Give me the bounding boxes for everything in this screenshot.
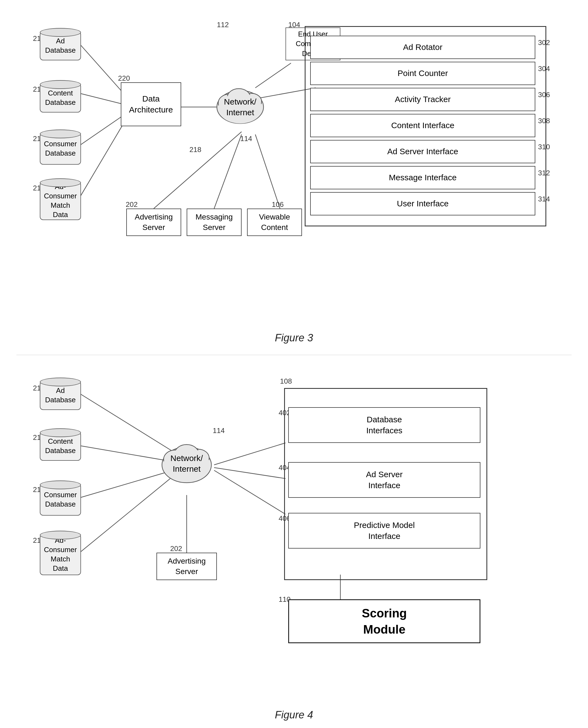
advertising-server-f4: AdvertisingServer <box>156 553 217 580</box>
db-consumer-f4: ConsumerDatabase <box>38 480 82 516</box>
comp-content-interface-f3: Content Interface <box>310 114 535 137</box>
db-ad-f3: AdDatabase <box>38 27 82 60</box>
data-architecture-box-f3: DataArchitecture <box>121 82 181 126</box>
svg-line-8 <box>255 134 280 209</box>
comp-db-interfaces-f4: DatabaseInterfaces <box>288 407 480 443</box>
db-adconsumer-f3: Ad-ConsumerMatchData <box>38 178 82 219</box>
db-content-f3: ContentDatabase <box>38 80 82 112</box>
figure4-diagram: 210 AdDatabase 212 ContentDatabase 214 C… <box>17 361 571 704</box>
ref-304-f3: 304 <box>538 64 550 73</box>
db-content-f4: ContentDatabase <box>38 428 82 461</box>
ref-220-f3: 220 <box>118 74 130 83</box>
svg-line-0 <box>80 44 124 93</box>
db-consumer-f3: ConsumerDatabase <box>38 129 82 165</box>
ref-308-f3: 308 <box>538 116 550 125</box>
ref-306-f3: 306 <box>538 90 550 99</box>
svg-line-3 <box>80 124 124 197</box>
ref-108-f4: 108 <box>280 377 292 386</box>
ref-302-f3: 302 <box>538 38 550 47</box>
ref-314-f3: 314 <box>538 195 550 204</box>
ref-202-f3: 202 <box>126 200 138 209</box>
svg-line-2 <box>80 115 124 146</box>
db-ad-f4: AdDatabase <box>38 377 82 410</box>
svg-line-21 <box>214 468 286 478</box>
svg-line-17 <box>80 470 173 498</box>
comp-message-interface-f3: Message Interface <box>310 166 535 189</box>
figure3-diagram: 210 AdDatabase 212 ContentDatabase 214 C… <box>17 11 571 326</box>
figure3-label: Figure 3 <box>17 332 571 344</box>
ref-112-f3: 112 <box>217 21 229 29</box>
svg-line-22 <box>214 470 286 514</box>
comp-predictive-interface-f4: Predictive ModelInterface <box>288 513 480 549</box>
svg-line-7 <box>214 134 241 209</box>
comp-ad-rotator-f3: Ad Rotator <box>310 36 535 59</box>
svg-line-20 <box>214 443 286 465</box>
network-cloud-f3: Network/Internet <box>214 77 266 132</box>
svg-line-6 <box>154 132 241 209</box>
ref-114-f3: 114 <box>240 134 252 143</box>
comp-point-counter-f3: Point Counter <box>310 62 535 85</box>
ref-310-f3: 310 <box>538 143 550 151</box>
page: 210 AdDatabase 212 ContentDatabase 214 C… <box>0 0 588 728</box>
ref-202-f4: 202 <box>170 544 182 553</box>
scoring-module-f4: ScoringModule <box>288 599 480 643</box>
comp-adserver-interface-f3: Ad Server Interface <box>310 140 535 163</box>
svg-line-18 <box>80 478 170 553</box>
advertising-server-f3: AdvertisingServer <box>126 209 181 236</box>
viewable-content-f3: ViewableContent <box>247 209 302 236</box>
figure4-label: Figure 4 <box>17 709 571 721</box>
svg-line-1 <box>80 93 124 104</box>
db-adconsumer-f4: Ad-ConsumerMatchData <box>38 531 82 575</box>
network-cloud-f4: Network/Internet <box>159 429 214 490</box>
comp-user-interface-f3: User Interface <box>310 192 535 215</box>
comp-adserver-interface-f4: Ad ServerInterface <box>288 462 480 498</box>
ref-106-f3: 106 <box>272 200 284 209</box>
messaging-server-f3: MessagingServer <box>187 209 241 236</box>
ref-114-f4: 114 <box>213 426 225 435</box>
comp-activity-tracker-f3: Activity Tracker <box>310 88 535 111</box>
ref-218-f3: 218 <box>189 146 201 154</box>
ref-312-f3: 312 <box>538 169 550 177</box>
